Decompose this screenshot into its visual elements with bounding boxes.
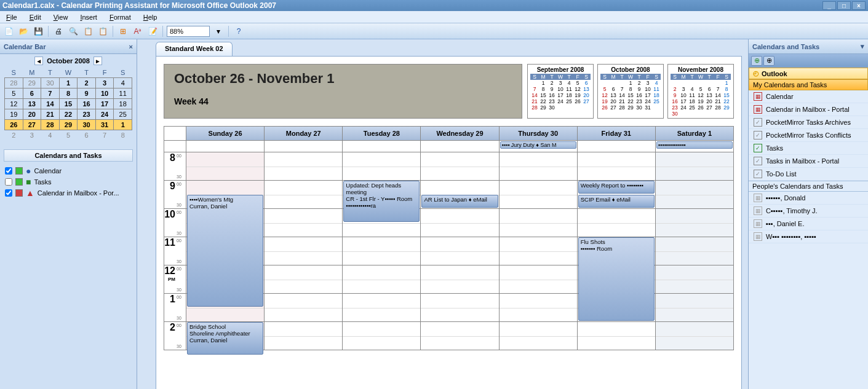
date-cell[interactable]: 7 <box>95 130 114 141</box>
time-cell[interactable] <box>421 321 499 350</box>
time-cell[interactable]: Bridge SchoolShoreline AmphitheaterCurra… <box>186 321 265 350</box>
calendar-list-item[interactable]: ✓To-Do List <box>749 168 868 181</box>
menu-file[interactable]: File <box>0 12 23 22</box>
format-icon[interactable]: 📝 <box>146 25 159 37</box>
time-cell[interactable] <box>265 180 343 208</box>
date-cell[interactable]: 20 <box>23 109 41 120</box>
time-cell[interactable] <box>656 208 733 237</box>
time-cell[interactable] <box>265 152 343 180</box>
appointment[interactable]: AR List to Japan ♦ eMail <box>421 195 498 208</box>
print-icon[interactable]: 🖨 <box>52 25 65 37</box>
menu-edit[interactable]: Edit <box>23 12 47 22</box>
allday-cell[interactable] <box>421 141 499 152</box>
minimize-button[interactable]: _ <box>822 1 836 10</box>
forward-button[interactable]: ⊕ <box>763 56 774 66</box>
calendar-list-item[interactable]: ▦W▪▪▪ ▪▪▪▪▪▪▪▪, ▪▪▪▪▪ <box>749 230 868 243</box>
date-cell[interactable]: 27 <box>23 120 41 130</box>
calendar-list-item[interactable]: ✓PocketMirror Tasks Conflicts <box>749 129 868 142</box>
appointment[interactable]: Weekly Report to ▪▪▪▪▪▪▪▪ <box>578 181 655 194</box>
time-cell[interactable] <box>578 152 656 180</box>
date-cell[interactable]: 6 <box>23 88 41 99</box>
next-month-button[interactable]: ► <box>94 57 102 65</box>
date-cell[interactable]: 28 <box>5 78 23 88</box>
time-cell[interactable] <box>500 152 578 180</box>
time-cell[interactable] <box>186 152 265 180</box>
date-cell[interactable]: 24 <box>95 109 114 120</box>
open-icon[interactable]: 📂 <box>17 25 30 37</box>
time-cell[interactable] <box>265 208 343 237</box>
my-calendars-group[interactable]: My Calendars and Tasks <box>749 79 868 90</box>
date-cell[interactable]: 16 <box>78 99 96 109</box>
appointment[interactable]: ▪▪▪▪Women's MtgCurran, Daniel <box>187 195 263 307</box>
date-cell[interactable]: 3 <box>95 78 114 88</box>
maximize-button[interactable]: □ <box>837 1 851 10</box>
time-cell[interactable] <box>343 237 421 265</box>
time-cell[interactable] <box>500 265 578 293</box>
date-cell[interactable]: 29 <box>23 78 41 88</box>
mini-calendar[interactable]: SMTWTFS282930123456789101112131415161718… <box>4 68 132 141</box>
date-cell[interactable]: 8 <box>59 88 78 99</box>
appointment[interactable]: Updated: Dept heads meetingCR - 1st Flr … <box>343 181 420 222</box>
time-cell[interactable] <box>656 265 733 293</box>
allday-cell[interactable] <box>343 141 421 152</box>
date-cell[interactable]: 8 <box>114 130 132 141</box>
date-cell[interactable]: 10 <box>95 88 114 99</box>
time-cell[interactable] <box>656 321 733 350</box>
time-cell[interactable]: Updated: Dept heads meetingCR - 1st Flr … <box>343 180 421 208</box>
chevron-down-icon[interactable]: ▾ <box>861 42 864 50</box>
appointment[interactable]: SCIP Email ♦ eMail <box>578 195 655 208</box>
time-cell[interactable] <box>421 152 499 180</box>
menu-insert[interactable]: Insert <box>74 12 103 22</box>
date-cell[interactable]: 26 <box>5 120 23 130</box>
date-cell[interactable]: 9 <box>78 88 96 99</box>
date-cell[interactable]: 7 <box>41 88 60 99</box>
menu-help[interactable]: Help <box>137 12 164 22</box>
outlook-header[interactable]: ◴ Outlook <box>749 68 868 79</box>
date-cell[interactable]: 4 <box>41 130 60 141</box>
checkbox[interactable] <box>5 167 12 175</box>
save-icon[interactable]: 💾 <box>32 25 44 37</box>
menu-view[interactable]: View <box>47 12 74 22</box>
allday-cell[interactable]: ▪▪▪▪ Jury Duty ♦ San M <box>500 141 578 152</box>
appointment[interactable]: Flu Shots▪▪▪▪▪▪▪ Room <box>578 237 655 321</box>
date-cell[interactable]: 5 <box>59 130 78 141</box>
date-cell[interactable]: 30 <box>41 78 60 88</box>
date-cell[interactable]: 31 <box>95 120 114 130</box>
date-cell[interactable]: 19 <box>5 109 23 120</box>
calendar-check-row[interactable]: ■Tasks <box>0 176 137 187</box>
back-button[interactable]: ⊕ <box>751 56 762 66</box>
time-cell[interactable] <box>343 265 421 293</box>
paste-icon[interactable]: 📋 <box>97 25 109 37</box>
time-cell[interactable] <box>265 293 343 321</box>
time-cell[interactable]: Flu Shots▪▪▪▪▪▪▪ Room <box>578 237 656 265</box>
date-cell[interactable]: 15 <box>59 99 78 109</box>
calendar-check-row[interactable]: ▲Calendar in Mailbox - Por... <box>0 187 137 198</box>
calendar-list-item[interactable]: ▦C▪▪▪▪▪, Timothy J. <box>749 205 868 218</box>
date-cell[interactable]: 14 <box>41 99 60 109</box>
time-cell[interactable] <box>656 237 733 265</box>
allday-cell[interactable] <box>265 141 343 152</box>
time-cell[interactable] <box>578 208 656 237</box>
allday-cell[interactable]: ▪▪▪▪▪▪▪▪▪▪▪▪▪▪ <box>656 141 733 152</box>
peoples-calendars-group[interactable]: People's Calendars and Tasks <box>749 181 868 192</box>
print-preview-icon[interactable]: 🔍 <box>67 25 79 37</box>
date-cell[interactable]: 12 <box>5 99 23 109</box>
date-cell[interactable]: 28 <box>41 120 60 130</box>
date-cell[interactable]: 18 <box>114 99 132 109</box>
allday-event[interactable]: ▪▪▪▪ Jury Duty ♦ San M <box>500 141 576 149</box>
calendar-list-item[interactable]: ▦▪▪▪▪▪▪, Donald <box>749 192 868 205</box>
calendar-list-item[interactable]: ✓Tasks <box>749 142 868 155</box>
new-icon[interactable]: 📄 <box>2 25 15 37</box>
template-tab[interactable]: Standard Week 02 <box>156 42 233 57</box>
time-cell[interactable] <box>500 293 578 321</box>
time-cell[interactable] <box>343 152 421 180</box>
calendar-list-item[interactable]: ▦Calendar <box>749 90 868 103</box>
time-cell[interactable] <box>265 321 343 350</box>
time-cell[interactable] <box>656 180 733 208</box>
font-icon[interactable]: Aᵃ <box>132 25 144 37</box>
time-cell[interactable] <box>500 237 578 265</box>
time-cell[interactable] <box>500 321 578 350</box>
time-cell[interactable] <box>421 208 499 237</box>
calendar-list-item[interactable]: ✓Tasks in Mailbox - Portal <box>749 155 868 168</box>
date-cell[interactable]: 1 <box>59 78 78 88</box>
